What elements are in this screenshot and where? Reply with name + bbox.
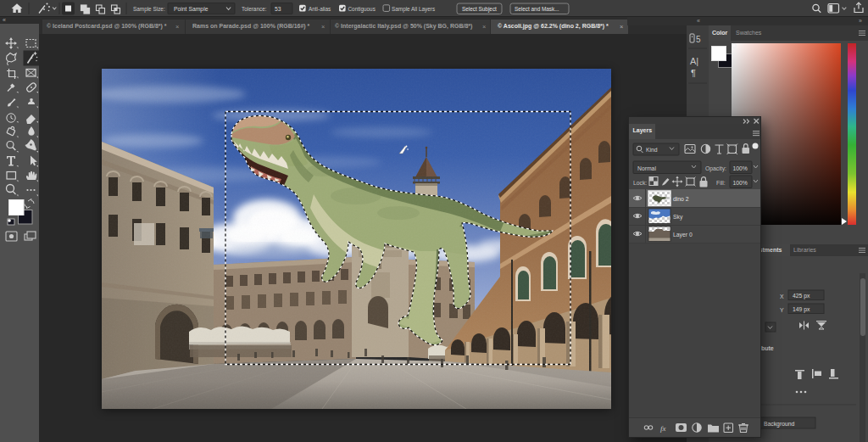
svg-text:fx: fx (660, 424, 666, 433)
svg-text:5: 5 (696, 35, 701, 44)
svg-text:¶: ¶ (691, 68, 696, 78)
svg-text:Kind: Kind (646, 147, 658, 153)
svg-text:Normal: Normal (637, 165, 656, 171)
svg-text:149 px: 149 px (793, 306, 810, 313)
svg-text:100%: 100% (733, 165, 748, 171)
svg-text:100%: 100% (733, 180, 748, 186)
svg-text:dino 2: dino 2 (673, 196, 689, 202)
svg-text:Lock:: Lock: (633, 180, 647, 186)
svg-text:Opacity:: Opacity: (705, 165, 726, 172)
svg-text:Sky: Sky (673, 214, 683, 221)
svg-text:Layer 0: Layer 0 (673, 232, 693, 238)
svg-text:425 px: 425 px (793, 293, 810, 299)
svg-text:ibute: ibute (760, 345, 774, 351)
svg-text:Fill:: Fill: (716, 180, 726, 186)
svg-text:Background: Background (764, 421, 794, 428)
svg-text:A|: A| (690, 56, 698, 66)
svg-text:X: X (780, 294, 784, 299)
svg-text:Y: Y (780, 307, 784, 313)
